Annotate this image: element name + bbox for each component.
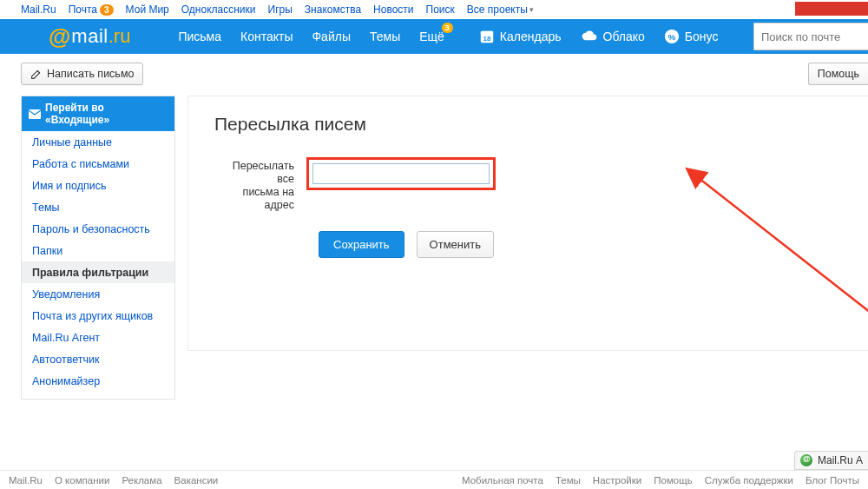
sidebar-item-filters[interactable]: Правила фильтрации <box>22 261 174 283</box>
sidebar-item-themes[interactable]: Темы <box>22 196 174 218</box>
compose-label: Написать письмо <box>47 68 134 80</box>
logo-at-icon: @ <box>49 23 70 50</box>
nav-themes[interactable]: Темы <box>370 30 400 43</box>
footer: Mail.Ru О компании Реклама Вакансии Моби… <box>0 470 868 489</box>
portal-item-all[interactable]: Все проекты ▾ <box>467 3 534 16</box>
service-calendar[interactable]: 18 Календарь <box>479 29 562 44</box>
portal-item-label: Все проекты <box>467 3 528 16</box>
portal-item-mailru[interactable]: Mail.Ru <box>21 3 56 16</box>
footer-link[interactable]: Мобильная почта <box>462 475 543 486</box>
header-banner[interactable] <box>795 2 868 16</box>
chevron-down-icon: ▾ <box>529 5 534 14</box>
footer-link[interactable]: Помощь <box>654 475 692 486</box>
page-title: Пересылка писем <box>214 114 842 135</box>
agent-chip[interactable]: Mail.Ru А <box>794 451 868 470</box>
content-panel: Пересылка писем Пересылать все письма на… <box>187 96 868 351</box>
portal-item-pochta[interactable]: Почта 3 <box>69 3 114 16</box>
footer-link[interactable]: Блог Почты <box>806 475 859 486</box>
portal-bar: Mail.Ru Почта 3 Мой Мир Одноклассники Иг… <box>0 0 868 19</box>
forward-label: Пересылать все письма на адрес <box>214 157 306 212</box>
sidebar: Перейти во «Входящие» Личные данные Рабо… <box>21 96 175 400</box>
toolbar: Написать письмо Помощь <box>0 54 868 96</box>
service-label: Облако <box>603 30 645 43</box>
forward-input-highlight <box>306 157 496 190</box>
sidebar-item-security[interactable]: Пароль и безопасность <box>22 218 174 240</box>
portal-item-search[interactable]: Поиск <box>426 3 455 16</box>
svg-text:18: 18 <box>483 35 490 43</box>
main-layout: Перейти во «Входящие» Личные данные Рабо… <box>0 96 868 400</box>
search-input[interactable] <box>761 30 868 43</box>
form-actions: Сохранить Отменить <box>319 231 842 258</box>
sidebar-item-anonymizer[interactable]: Анонимайзер <box>22 370 174 392</box>
forward-address-input[interactable] <box>312 163 490 184</box>
footer-link[interactable]: Mail.Ru <box>9 475 43 486</box>
agent-status-icon <box>800 454 812 466</box>
calendar-icon: 18 <box>479 29 495 44</box>
portal-item-ok[interactable]: Одноклассники <box>181 3 256 16</box>
sidebar-item-autoreply[interactable]: Автоответчик <box>22 348 174 370</box>
sidebar-item-signature[interactable]: Имя и подпись <box>22 175 174 196</box>
sidebar-head[interactable]: Перейти во «Входящие» <box>22 96 174 131</box>
compose-icon <box>30 69 42 80</box>
search-box[interactable] <box>753 23 868 50</box>
forward-label-line1: Пересылать все <box>233 160 294 185</box>
logo-main: mail <box>71 25 108 48</box>
nav-contacts[interactable]: Контакты <box>240 30 293 43</box>
sidebar-item-mailwork[interactable]: Работа с письмами <box>22 153 174 175</box>
save-button[interactable]: Сохранить <box>319 231 404 258</box>
compose-button[interactable]: Написать письмо <box>21 63 143 85</box>
forward-row: Пересылать все письма на адрес <box>214 157 842 212</box>
svg-text:%: % <box>667 32 675 42</box>
help-button[interactable]: Помощь <box>808 63 868 85</box>
portal-item-label: Почта <box>69 3 97 16</box>
sidebar-head-label: Перейти во «Входящие» <box>45 102 168 126</box>
agent-chip-label: Mail.Ru А <box>818 454 863 466</box>
service-label: Календарь <box>500 30 562 43</box>
nav-letters[interactable]: Письма <box>178 30 221 43</box>
footer-link[interactable]: Темы <box>556 475 581 486</box>
portal-item-games[interactable]: Игры <box>268 3 293 16</box>
footer-link[interactable]: Вакансии <box>174 475 219 486</box>
forward-label-line2: письма на адрес <box>243 186 294 211</box>
portal-item-moymir[interactable]: Мой Мир <box>126 3 169 16</box>
badge-count: 3 <box>100 4 114 16</box>
app-header: @ mail .ru Письма Контакты Файлы Темы Ещ… <box>0 19 868 54</box>
nav-files[interactable]: Файлы <box>312 30 350 43</box>
footer-link[interactable]: Служба поддержки <box>705 475 793 486</box>
logo[interactable]: @ mail .ru <box>49 23 130 50</box>
footer-link[interactable]: Реклама <box>122 475 161 486</box>
footer-link[interactable]: О компании <box>55 475 109 486</box>
sidebar-item-folders[interactable]: Папки <box>22 240 174 261</box>
cancel-button[interactable]: Отменить <box>417 231 494 258</box>
footer-link[interactable]: Настройки <box>593 475 641 486</box>
sidebar-item-notifications[interactable]: Уведомления <box>22 283 174 305</box>
service-bonus[interactable]: % Бонус <box>664 29 719 44</box>
service-label: Бонус <box>685 30 719 43</box>
nav-more[interactable]: Ещё 3 <box>419 30 444 43</box>
logo-suffix: .ru <box>108 25 131 48</box>
envelope-icon <box>29 109 41 119</box>
sidebar-item-agent[interactable]: Mail.Ru Агент <box>22 327 174 348</box>
badge-count: 3 <box>442 23 453 33</box>
nav-more-label: Ещё <box>419 30 444 43</box>
sidebar-item-external[interactable]: Почта из других ящиков <box>22 305 174 327</box>
portal-item-dating[interactable]: Знакомства <box>305 3 361 16</box>
service-cloud[interactable]: Облако <box>581 29 645 44</box>
cloud-icon <box>581 29 598 44</box>
sidebar-item-personal[interactable]: Личные данные <box>22 131 174 153</box>
bonus-icon: % <box>664 29 680 44</box>
portal-item-news[interactable]: Новости <box>373 3 413 16</box>
